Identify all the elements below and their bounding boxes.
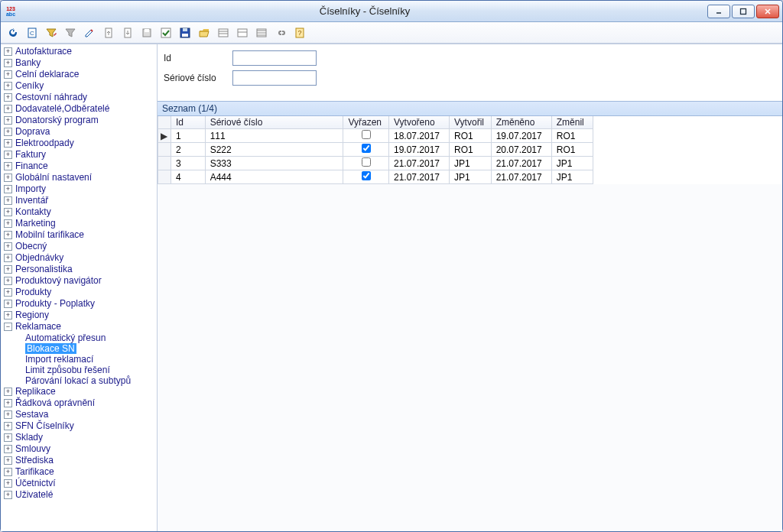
expand-icon[interactable]: + [4, 139, 12, 148]
tree-child[interactable]: Párování lokací a subtypů [22, 375, 157, 386]
tree-node[interactable]: −Reklamace [1, 321, 157, 332]
discarded-checkbox[interactable] [362, 144, 371, 153]
table-row[interactable]: 2S22219.07.2017RO120.07.2017RO1 [158, 143, 593, 157]
table-row[interactable]: 3S33321.07.2017JP121.07.2017JP1 [158, 157, 593, 170]
save-disk-icon[interactable] [177, 25, 193, 41]
expand-icon[interactable]: + [4, 162, 12, 170]
expand-icon[interactable]: + [4, 445, 12, 453]
expand-icon[interactable]: + [4, 82, 12, 90]
tree-node[interactable]: +Marketing [1, 218, 157, 229]
expand-icon[interactable]: + [4, 433, 12, 442]
expand-icon[interactable]: + [4, 70, 12, 79]
link-icon[interactable] [273, 25, 288, 41]
expand-icon[interactable]: + [4, 410, 12, 419]
expand-icon[interactable]: + [4, 300, 12, 308]
help-icon[interactable]: ? [292, 25, 307, 41]
expand-icon[interactable]: + [4, 288, 12, 297]
expand-icon[interactable]: + [4, 311, 12, 320]
edit-icon[interactable] [82, 25, 97, 41]
tree-node[interactable]: +Importy [1, 183, 157, 195]
expand-icon[interactable]: + [4, 468, 12, 476]
tree-node[interactable]: +Replikace [1, 386, 157, 397]
expand-icon[interactable]: + [4, 116, 12, 125]
tree-node[interactable]: +Sklady [1, 432, 157, 443]
expand-icon[interactable]: + [4, 277, 12, 285]
lines-3-icon[interactable] [254, 25, 269, 41]
tree-node[interactable]: +Regiony [1, 310, 157, 321]
expand-icon[interactable]: + [4, 208, 12, 216]
expand-icon[interactable]: + [4, 265, 12, 274]
tree-node[interactable]: +Celní deklarace [1, 69, 157, 80]
close-button[interactable] [756, 5, 779, 18]
tree-node[interactable]: +Produkty [1, 287, 157, 298]
funnel-icon[interactable] [63, 25, 78, 41]
expand-icon[interactable]: + [4, 93, 12, 102]
collapse-icon[interactable]: − [4, 323, 12, 331]
col-createdby[interactable]: Vytvořil [450, 116, 492, 129]
tree-node[interactable]: +Účetnictví [1, 478, 157, 489]
expand-icon[interactable]: + [4, 422, 12, 430]
col-created[interactable]: Vytvořeno [388, 116, 449, 129]
table-row[interactable]: ▶111118.07.2017RO119.07.2017RO1 [158, 129, 593, 143]
col-discarded[interactable]: Vyřazen [343, 116, 389, 129]
tree-node[interactable]: +Produktový navigátor [1, 275, 157, 287]
discarded-checkbox[interactable] [362, 130, 371, 139]
tree-node[interactable]: +Doprava [1, 126, 157, 138]
expand-icon[interactable]: + [4, 242, 12, 251]
doc-down-icon[interactable] [120, 25, 135, 41]
expand-icon[interactable]: + [4, 456, 12, 465]
lines-1-icon[interactable] [216, 25, 231, 41]
discarded-checkbox[interactable] [362, 157, 371, 167]
expand-icon[interactable]: + [4, 105, 12, 113]
lines-2-icon[interactable] [235, 25, 250, 41]
doc-up-icon[interactable] [101, 25, 116, 41]
tree-node[interactable]: +Finance [1, 161, 157, 172]
maximize-button[interactable] [732, 5, 755, 18]
expand-icon[interactable]: + [4, 185, 12, 193]
tree-child[interactable]: Blokace SN [22, 343, 157, 354]
tree-node[interactable]: +Donatorský program [1, 115, 157, 126]
tree-node[interactable]: +Tarifikace [1, 466, 157, 478]
tree-node[interactable]: +Banky [1, 57, 157, 69]
minimize-button[interactable] [707, 5, 730, 18]
tree-child[interactable]: Import reklamací [22, 354, 157, 365]
tree-node[interactable]: +Střediska [1, 455, 157, 466]
tree-node[interactable]: +Obecný [1, 241, 157, 252]
expand-icon[interactable]: + [4, 479, 12, 488]
tree-node[interactable]: +Autofakturace [1, 46, 157, 57]
tree-node[interactable]: +Řádková oprávnění [1, 397, 157, 409]
check-icon[interactable] [158, 25, 174, 41]
tree-node[interactable]: +Objednávky [1, 252, 157, 264]
tree-node[interactable]: +Personalistika [1, 264, 157, 275]
col-id[interactable]: Id [171, 116, 205, 129]
tree-node[interactable]: +Kontakty [1, 206, 157, 218]
expand-icon[interactable]: + [4, 196, 12, 205]
expand-icon[interactable]: + [4, 388, 12, 396]
tree-node[interactable]: +Dodavatelé,Odběratelé [1, 103, 157, 115]
tree-node[interactable]: +Sestava [1, 409, 157, 420]
tree-scroll[interactable]: +Autofakturace+Banky+Celní deklarace+Cen… [1, 44, 157, 531]
tree-node[interactable]: +Ceníky [1, 80, 157, 92]
expand-icon[interactable]: + [4, 231, 12, 239]
page-c-icon[interactable]: C [24, 25, 40, 41]
funnel-edit-icon[interactable] [44, 25, 59, 41]
tree-node[interactable]: +Elektroodpady [1, 138, 157, 149]
expand-icon[interactable]: + [4, 219, 12, 228]
col-changed[interactable]: Změněno [491, 116, 551, 129]
open-folder-icon[interactable] [197, 25, 212, 41]
expand-icon[interactable]: + [4, 491, 12, 499]
discarded-checkbox[interactable] [362, 171, 371, 180]
save-1-icon[interactable] [139, 25, 154, 41]
tree-node[interactable]: +Globální nastavení [1, 172, 157, 183]
refresh-icon[interactable] [5, 25, 21, 41]
expand-icon[interactable]: + [4, 174, 12, 182]
expand-icon[interactable]: + [4, 254, 12, 262]
tree-node[interactable]: +Cestovní náhrady [1, 92, 157, 103]
col-serial[interactable]: Sériové číslo [205, 116, 343, 129]
tree-node[interactable]: +Mobilní tarifikace [1, 229, 157, 241]
col-changedby[interactable]: Změnil [551, 116, 593, 129]
serial-input[interactable] [232, 70, 317, 86]
id-input[interactable] [232, 50, 317, 66]
tree-node[interactable]: +SFN Číselníky [1, 420, 157, 432]
expand-icon[interactable]: + [4, 47, 12, 56]
